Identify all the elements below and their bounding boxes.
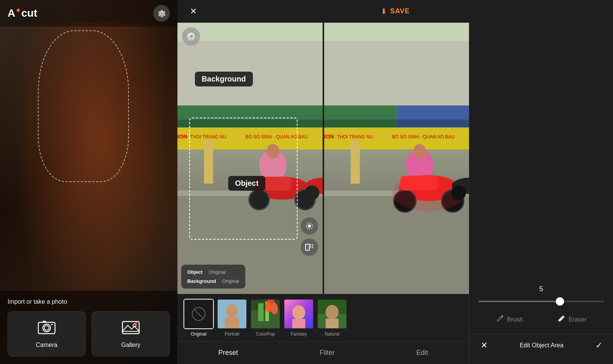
svg-rect-12 [177, 119, 323, 127]
object-info-label: Object [187, 268, 202, 276]
svg-rect-21 [204, 147, 213, 184]
float-action-button[interactable] [182, 27, 200, 46]
close-button[interactable]: ✕ [187, 5, 200, 18]
svg-rect-3 [43, 321, 46, 323]
svg-rect-36 [310, 246, 311, 246]
thumb-natural-label: Natural [325, 331, 340, 337]
svg-text:MAI FASHION: MAI FASHION [324, 133, 334, 140]
edit-object-area-label: Edit Object Area [520, 342, 564, 349]
thumb-original-box[interactable] [183, 299, 214, 329]
person-dashed-outline [38, 30, 129, 182]
svg-rect-38 [312, 244, 313, 245]
tab-close-button[interactable]: ✕ [477, 339, 491, 352]
thumb-portrait[interactable]: Portrait [217, 299, 247, 337]
object-label: Object [228, 176, 265, 191]
svg-text:BO SO SINH - QUAN AO BAU: BO SO SINH - QUAN AO BAU [392, 134, 455, 140]
compare-icon [305, 243, 314, 252]
thumb-fantasy-content [284, 300, 313, 328]
brightness-button[interactable] [301, 217, 318, 235]
thumb-colorpop-box[interactable] [250, 299, 281, 329]
info-row-object: Object Original [187, 268, 239, 276]
tab-edit[interactable]: Edit [409, 346, 436, 360]
image-canvas-left: MAI FASHION THOI TRANG NU BO SO SINH - Q… [177, 23, 323, 294]
no-filter-icon [192, 307, 205, 321]
brush-eraser-row: Brush Eraser [478, 311, 604, 328]
settings-button[interactable] [153, 5, 170, 22]
thumb-natural[interactable]: Natural [317, 299, 347, 337]
svg-point-30 [304, 185, 319, 200]
tab-check-icon: ✓ [596, 340, 602, 350]
thumb-colorpop-label: ColorPop [256, 331, 275, 337]
tab-preset[interactable]: Preset [211, 346, 246, 360]
image-canvas-right: MAI FASHION THOI TRANG NU BO SO SINH - Q… [324, 23, 469, 294]
action-buttons: Camera Gallery [8, 311, 170, 356]
svg-point-77 [265, 302, 271, 312]
thumb-natural-box[interactable] [317, 299, 347, 329]
slider-track[interactable] [478, 301, 604, 302]
thumb-original-label: Original [191, 331, 206, 337]
background-label: Background [195, 72, 253, 86]
app-logo-cut: cut [21, 7, 37, 19]
preset-area: Original [177, 294, 469, 341]
thumb-fantasy[interactable]: Fantasy [284, 299, 314, 337]
brush-button[interactable]: Brush [490, 311, 529, 328]
svg-rect-70 [225, 318, 239, 329]
tab-filter[interactable]: Filter [312, 346, 342, 360]
main-content: MAI FASHION THOI TRANG NU BO SO SINH - Q… [177, 23, 613, 364]
svg-rect-55 [351, 147, 360, 184]
thumb-portrait-box[interactable] [217, 299, 247, 329]
svg-rect-46 [397, 119, 469, 127]
thumb-original-content [184, 300, 213, 328]
thumb-original[interactable]: Original [183, 299, 214, 337]
svg-point-65 [451, 185, 466, 200]
svg-rect-45 [397, 105, 469, 119]
bottom-tabs: Preset Filter Edit [177, 341, 469, 364]
thumb-fantasy-box[interactable] [284, 299, 314, 329]
eraser-button[interactable]: Eraser [551, 311, 593, 328]
slider-thumb[interactable] [556, 297, 564, 306]
left-header: A cut [0, 0, 177, 27]
save-button[interactable]: ⬇ SAVE [381, 7, 410, 16]
compare-button[interactable] [301, 238, 318, 256]
info-row-background: Background Original [187, 277, 239, 286]
images-row: MAI FASHION THOI TRANG NU BO SO SINH - Q… [177, 23, 469, 294]
save-label: SAVE [390, 7, 410, 15]
svg-point-58 [413, 144, 426, 159]
lasso-icon [186, 31, 196, 41]
svg-rect-11 [177, 105, 323, 119]
gallery-button[interactable]: Gallery [92, 311, 170, 356]
svg-rect-35 [310, 244, 311, 245]
save-download-icon: ⬇ [381, 7, 387, 16]
svg-point-83 [326, 305, 339, 319]
svg-point-4 [51, 324, 53, 325]
slider-row[interactable] [478, 301, 604, 302]
svg-rect-84 [326, 318, 339, 328]
svg-rect-34 [306, 244, 309, 250]
svg-text:MAI FASHION: MAI FASHION [177, 133, 187, 140]
gallery-icon [122, 319, 140, 338]
thumbnails-row: Original [177, 294, 469, 341]
svg-point-32 [308, 224, 311, 228]
tab-check-button[interactable]: ✓ [592, 339, 606, 352]
top-bar: ✕ ⬇ SAVE [177, 0, 613, 23]
right-reference-image: MAI FASHION THOI TRANG NU BO SO SINH - Q… [324, 23, 469, 294]
import-text: Import or take a photo [8, 298, 170, 305]
background-info-value: Original [222, 277, 239, 286]
svg-text:THOI TRANG NU: THOI TRANG NU [337, 134, 373, 140]
gallery-label: Gallery [121, 342, 141, 348]
slider-value: 5 [478, 285, 604, 293]
camera-button[interactable]: Camera [8, 311, 86, 356]
svg-point-26 [249, 190, 269, 210]
svg-text:THOI TRANG NU: THOI TRANG NU [190, 134, 226, 140]
brush-icon [496, 314, 504, 325]
svg-rect-37 [310, 247, 311, 248]
svg-point-56 [350, 140, 361, 152]
svg-rect-43 [324, 105, 397, 119]
background-info-label: Background [187, 277, 216, 286]
slider-panel: 5 Brush [469, 23, 613, 364]
svg-point-8 [135, 322, 137, 324]
svg-rect-44 [324, 119, 397, 127]
thumb-colorpop[interactable]: ColorPop [250, 299, 281, 337]
thumb-fantasy-label: Fantasy [291, 331, 307, 337]
slider-fill [478, 301, 560, 302]
